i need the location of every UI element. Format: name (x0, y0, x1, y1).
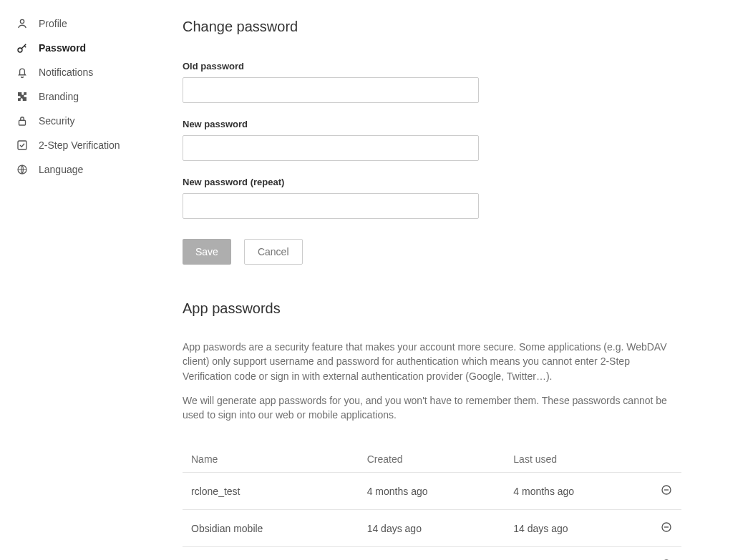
col-created: Created (359, 446, 505, 473)
cell-name: Obsidian mobile (183, 510, 359, 547)
button-row: Save Cancel (183, 239, 681, 265)
col-last-used: Last used (505, 446, 651, 473)
repeat-password-label: New password (repeat) (183, 177, 681, 187)
svg-point-1 (18, 48, 22, 52)
cell-action (651, 473, 681, 510)
app-passwords-desc2: We will generate app passwords for you, … (183, 393, 681, 423)
table-row: keepass2android8 days ago8 days ago (183, 547, 681, 560)
sidebar-item-label: Password (39, 42, 86, 54)
remove-icon[interactable] (660, 521, 673, 534)
cell-last-used: 4 months ago (505, 473, 651, 510)
cell-last-used: 14 days ago (505, 510, 651, 547)
old-password-label: Old password (183, 61, 681, 72)
sidebar-item-label: Security (39, 115, 75, 127)
app-passwords-desc1: App paswords are a security feature that… (183, 340, 681, 383)
cell-action (651, 510, 681, 547)
globe-icon (16, 163, 29, 176)
table-row: Obsidian mobile14 days ago14 days ago (183, 510, 681, 547)
cell-created: 4 months ago (359, 473, 505, 510)
col-action (651, 446, 681, 473)
sidebar-item-branding[interactable]: Branding (9, 86, 183, 107)
sidebar-item-2step[interactable]: 2-Step Verification (9, 134, 183, 156)
sidebar-item-label: Notifications (39, 67, 93, 78)
svg-rect-2 (19, 120, 26, 125)
sidebar-item-label: Profile (39, 18, 67, 29)
old-password-input[interactable] (183, 77, 479, 103)
cell-action (651, 547, 681, 560)
app-passwords-heading: App passwords (183, 300, 681, 317)
bell-icon (16, 66, 29, 79)
svg-rect-3 (18, 141, 26, 149)
sidebar-item-notifications[interactable]: Notifications (9, 62, 183, 83)
sidebar: Profile Password Notifications Branding … (0, 0, 183, 560)
repeat-password-input[interactable] (183, 193, 479, 219)
main-content: Change password Old password New passwor… (183, 0, 753, 560)
new-password-input[interactable] (183, 135, 479, 161)
col-name: Name (183, 446, 359, 473)
sidebar-item-security[interactable]: Security (9, 110, 183, 132)
table-row: rclone_test4 months ago4 months ago (183, 473, 681, 510)
cell-name: rclone_test (183, 473, 359, 510)
sidebar-item-label: 2-Step Verification (39, 139, 120, 151)
remove-icon[interactable] (660, 483, 673, 496)
shield-check-icon (16, 139, 29, 152)
cell-created: 8 days ago (359, 547, 505, 560)
puzzle-icon (16, 90, 29, 103)
cell-last-used: 8 days ago (505, 547, 651, 560)
cell-name: keepass2android (183, 547, 359, 560)
user-icon (16, 17, 29, 30)
app-passwords-table: Name Created Last used rclone_test4 mont… (183, 446, 681, 560)
new-password-label: New password (183, 119, 681, 129)
cell-created: 14 days ago (359, 510, 505, 547)
sidebar-item-profile[interactable]: Profile (9, 13, 183, 34)
sidebar-item-password[interactable]: Password (9, 37, 183, 59)
change-password-heading: Change password (183, 19, 681, 35)
save-button[interactable]: Save (183, 239, 231, 265)
sidebar-item-label: Language (39, 164, 83, 175)
sidebar-item-language[interactable]: Language (9, 159, 183, 180)
svg-point-0 (20, 19, 24, 23)
lock-icon (16, 114, 29, 127)
sidebar-item-label: Branding (39, 91, 79, 102)
cancel-button[interactable]: Cancel (244, 239, 303, 265)
key-icon (16, 41, 29, 54)
